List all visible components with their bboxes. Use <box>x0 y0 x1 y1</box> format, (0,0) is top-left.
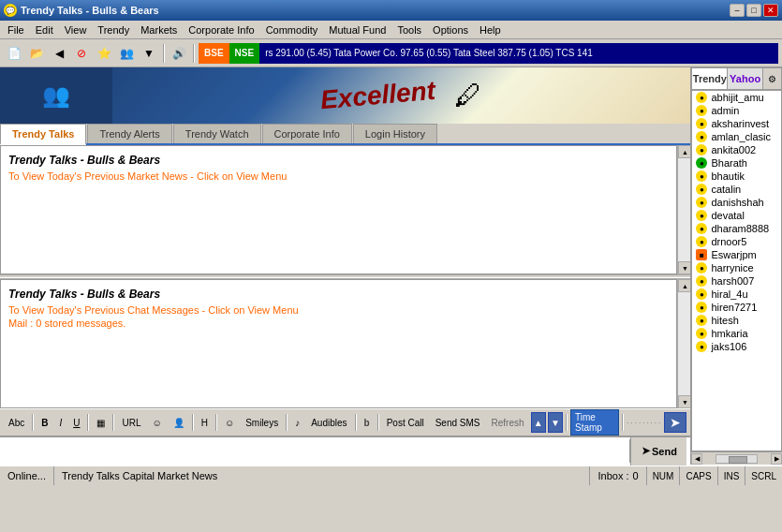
menu-trendy[interactable]: Trendy <box>92 22 135 37</box>
upper-panel-link[interactable]: To View Today's Previous Market News - C… <box>8 170 669 182</box>
scroll-down-button[interactable]: ▼ <box>678 261 690 274</box>
list-item[interactable]: ● dharam8888 <box>692 222 781 235</box>
lower-panel-link[interactable]: To View Today's Previous Chat Messages -… <box>8 304 669 316</box>
dropdown-button[interactable]: ▼ <box>139 43 159 64</box>
contact-status-dot: ● <box>696 210 707 221</box>
status-bar: Online... Trendy Talks Capital Market Ne… <box>0 465 782 485</box>
smileys-button[interactable]: Smileys <box>241 412 283 433</box>
menu-edit[interactable]: Edit <box>30 22 59 37</box>
menu-mutual-fund[interactable]: Mutual Fund <box>323 22 391 37</box>
menu-markets[interactable]: Markets <box>135 22 183 37</box>
list-item[interactable]: ● danishshah <box>692 196 781 209</box>
list-item[interactable]: ● amlan_clasic <box>692 130 781 143</box>
contact-status-dot: ● <box>696 236 707 247</box>
new-button[interactable]: 📄 <box>4 43 24 64</box>
contact-name: jaks106 <box>711 341 746 352</box>
list-item[interactable]: ● admin <box>692 104 781 117</box>
contacts-gear-button[interactable]: ⚙ <box>763 67 782 90</box>
list-item[interactable]: ● devatal <box>692 209 781 222</box>
list-item[interactable]: ● aksharinvest <box>692 117 781 130</box>
send-arrow-button[interactable]: ➤ <box>664 412 686 433</box>
hscroll-thumb[interactable] <box>729 456 747 464</box>
italic-button[interactable]: I <box>54 412 66 433</box>
underline-button[interactable]: U <box>68 412 84 433</box>
back-button[interactable]: ◀ <box>49 43 69 64</box>
menu-tools[interactable]: Tools <box>391 22 427 37</box>
menu-corporate-info[interactable]: Corporate Info <box>183 22 259 37</box>
stop-button[interactable]: ⊘ <box>71 43 92 64</box>
maximize-button[interactable]: □ <box>746 4 761 17</box>
sound-button[interactable]: 🔊 <box>169 43 189 64</box>
smiley2-button[interactable]: ☺ <box>220 412 239 433</box>
menu-file[interactable]: File <box>2 22 30 37</box>
audibles-icon[interactable]: ♪ <box>290 412 304 433</box>
list-item[interactable]: ● hmkaria <box>692 327 781 340</box>
scroll-up-button[interactable]: ▲ <box>678 145 690 158</box>
input-area: ➤ Send <box>0 436 690 465</box>
contacts-hscroll[interactable]: ◀ ▶ <box>691 451 782 465</box>
sendsms-button[interactable]: Send SMS <box>431 412 485 433</box>
list-item[interactable]: ● abhijit_amu <box>692 91 781 104</box>
status-scrl: SCRL <box>745 466 782 485</box>
lower-scroll-track <box>678 292 690 395</box>
close-button[interactable]: ✕ <box>763 4 778 17</box>
contact-name: ankita002 <box>711 144 756 155</box>
grid-button[interactable]: ▦ <box>92 412 110 433</box>
list-item[interactable]: ● harsh007 <box>692 274 781 288</box>
minimize-button[interactable]: – <box>730 4 745 17</box>
list-item[interactable]: ● hitesh <box>692 314 781 327</box>
list-item[interactable]: ● jaks106 <box>692 340 781 353</box>
url-button[interactable]: URL <box>117 412 145 433</box>
list-item[interactable]: ● Bharath <box>692 156 781 170</box>
list-item[interactable]: ● bhautik <box>692 170 781 183</box>
message-input[interactable] <box>4 439 629 463</box>
status-num: NUM <box>647 466 681 485</box>
menu-help[interactable]: Help <box>474 22 507 37</box>
list-item[interactable]: ● hiral_4u <box>692 288 781 301</box>
tab-corporate-info[interactable]: Corporate Info <box>262 124 352 143</box>
menu-commodity[interactable]: Commodity <box>260 22 324 37</box>
hscroll-right-arrow[interactable]: ▶ <box>771 453 782 465</box>
upper-scrollbar[interactable]: ▲ ▼ <box>677 145 690 274</box>
menu-view[interactable]: View <box>59 22 93 37</box>
list-item[interactable]: ■ Eswarjpm <box>692 248 781 261</box>
list-item[interactable]: ● ankita002 <box>692 143 781 156</box>
list-item[interactable]: ● catalin <box>692 183 781 196</box>
contacts-tab-yahoo[interactable]: Yahoo <box>728 67 763 90</box>
timestamp-button[interactable]: Time Stamp <box>570 409 619 436</box>
lower-scroll-down-button[interactable]: ▼ <box>678 395 690 408</box>
person-button[interactable]: 👤 <box>169 412 189 433</box>
favorites-button[interactable]: ⭐ <box>94 43 114 64</box>
lower-scroll-up-button[interactable]: ▲ <box>678 279 690 292</box>
audibles-button[interactable]: Audibles <box>306 412 351 433</box>
contacts-tab-trendy[interactable]: Trendy <box>691 67 728 90</box>
bold-button[interactable]: B <box>37 412 52 433</box>
tab-trendy-talks[interactable]: Trendy Talks <box>0 124 86 145</box>
list-item[interactable]: ● drnoor5 <box>692 235 781 248</box>
menu-bar: File Edit View Trendy Markets Corporate … <box>0 21 782 39</box>
contact-name: catalin <box>711 184 741 195</box>
list-item[interactable]: ● hiren7271 <box>692 301 781 314</box>
postcall-button[interactable]: Post Call <box>382 412 429 433</box>
lower-panel-mail: Mail : 0 stored messages. <box>8 318 125 329</box>
hscroll-left-arrow[interactable]: ◀ <box>691 453 702 465</box>
lower-scrollbar[interactable]: ▲ ▼ <box>677 279 690 408</box>
tab-trendy-alerts[interactable]: Trendy Alerts <box>87 124 171 143</box>
smiley-button[interactable]: ☺ <box>148 412 167 433</box>
abc-button[interactable]: Abc <box>4 412 29 433</box>
tab-login-history[interactable]: Login History <box>353 124 437 143</box>
b-icon-button[interactable]: b <box>360 412 375 433</box>
inbox-label: Inbox : <box>598 470 628 481</box>
h-button[interactable]: H <box>197 412 213 433</box>
send-button[interactable]: ➤ Send <box>630 437 686 466</box>
down-arrow-button[interactable]: ▼ <box>548 412 563 433</box>
refresh-button[interactable]: Refresh <box>486 412 528 433</box>
it-sep-7 <box>355 414 357 431</box>
tab-trendy-watch[interactable]: Trendy Watch <box>173 124 261 143</box>
friends-button[interactable]: 👥 <box>116 43 137 64</box>
open-button[interactable]: 📂 <box>26 43 47 64</box>
up-arrow-button[interactable]: ▲ <box>531 412 546 433</box>
list-item[interactable]: ● harrynice <box>692 261 781 274</box>
send-label: Send <box>652 446 677 457</box>
menu-options[interactable]: Options <box>427 22 474 37</box>
